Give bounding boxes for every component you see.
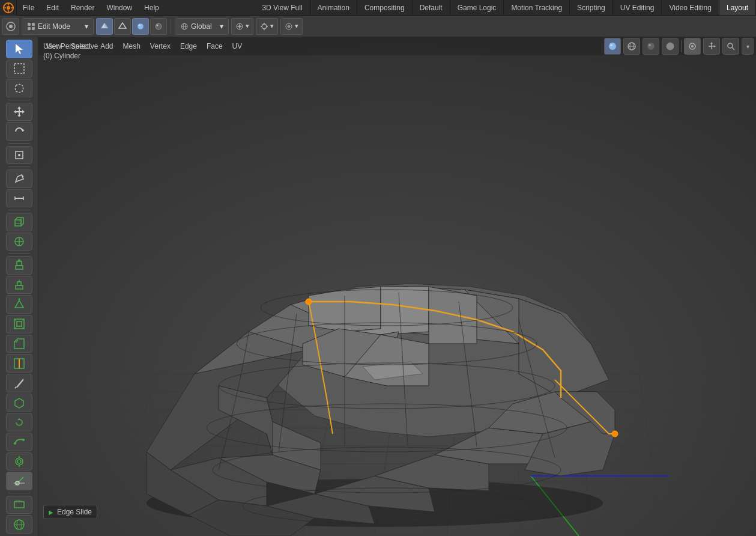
- viewport-menu-add[interactable]: Add: [95, 40, 118, 52]
- workspace-layout[interactable]: Layout: [719, 0, 756, 15]
- tool-add-shape[interactable]: [6, 233, 32, 251]
- tool-measure[interactable]: [6, 189, 32, 208]
- transform-arrow: ▾: [220, 22, 223, 31]
- workspace-uvediting[interactable]: UV Editing: [613, 0, 662, 15]
- tool-to-sphere[interactable]: [6, 515, 32, 534]
- viewport-scene: [38, 37, 756, 536]
- tool-sep-4: [8, 210, 30, 210]
- snap-arrow: ▾: [270, 22, 274, 30]
- svg-rect-10: [28, 27, 31, 30]
- pivot-btn[interactable]: ▾: [231, 18, 253, 35]
- svg-rect-84: [14, 502, 24, 508]
- main-viewport[interactable]: View Select Add Mesh Vertex Edge Face UV: [38, 37, 756, 536]
- viewport-menu-face[interactable]: Face: [202, 40, 228, 52]
- blender-icon-btn[interactable]: [2, 18, 19, 35]
- tool-annotate[interactable]: [6, 169, 32, 188]
- svg-point-17: [156, 23, 162, 29]
- workspace-animation[interactable]: Animation: [310, 0, 357, 15]
- tool-sep-3: [8, 166, 30, 167]
- display-wire-btn[interactable]: [114, 18, 131, 35]
- tool-select[interactable]: [6, 40, 32, 58]
- svg-point-44: [18, 154, 20, 156]
- tool-poly-build[interactable]: [6, 394, 32, 412]
- svg-point-139: [612, 431, 618, 437]
- svg-marker-73: [15, 398, 23, 408]
- viewport-more-btn[interactable]: ▾: [742, 38, 754, 55]
- viewport-material-btn[interactable]: [643, 38, 659, 55]
- svg-marker-42: [21, 129, 25, 132]
- tool-box-select[interactable]: [6, 59, 32, 78]
- viewport-wireframe-btn[interactable]: [623, 38, 640, 55]
- workspace-compositing[interactable]: Compositing: [357, 0, 413, 15]
- viewport-gizmos-btn[interactable]: [703, 38, 720, 55]
- viewport-menu-view[interactable]: View: [41, 40, 66, 52]
- svg-point-155: [691, 45, 694, 47]
- tool-transform[interactable]: [6, 146, 32, 165]
- svg-marker-14: [119, 23, 126, 28]
- workspace-motiontracking[interactable]: Motion Tracking: [504, 0, 570, 15]
- tool-rotate[interactable]: [6, 122, 32, 141]
- svg-point-78: [17, 460, 21, 463]
- mode-dropdown[interactable]: Edit Mode ▾: [22, 18, 94, 35]
- viewport-menu-uv[interactable]: UV: [228, 40, 247, 52]
- svg-rect-9: [32, 23, 35, 26]
- display-solid-btn[interactable]: [96, 18, 113, 35]
- transform-dropdown[interactable]: Global ▾: [175, 18, 229, 35]
- display-rendered-btn[interactable]: [150, 18, 167, 35]
- menu-render[interactable]: Render: [65, 0, 100, 15]
- viewport-solid-btn[interactable]: [604, 38, 621, 55]
- viewport-menu-select[interactable]: Select: [66, 40, 95, 52]
- workspace-default[interactable]: Default: [413, 0, 450, 15]
- tool-loop-cut[interactable]: [6, 354, 32, 373]
- svg-line-72: [15, 387, 16, 388]
- viewport-menu-edge[interactable]: Edge: [175, 40, 202, 52]
- viewport-menu-mesh[interactable]: Mesh: [118, 40, 145, 52]
- menu-help[interactable]: Help: [138, 0, 165, 15]
- menu-file[interactable]: File: [17, 0, 40, 15]
- svg-point-1: [7, 6, 10, 10]
- app-logo: [0, 0, 17, 16]
- proportional-arrow: ▾: [295, 22, 298, 30]
- tool-lasso-select[interactable]: [6, 79, 32, 97]
- svg-point-18: [157, 24, 159, 26]
- svg-point-7: [9, 25, 13, 28]
- menu-edit[interactable]: Edit: [40, 0, 65, 15]
- header-bar: Edit Mode ▾: [0, 16, 756, 37]
- tool-move[interactable]: [6, 103, 32, 121]
- workspace-tabs: 3D View Full Animation Compositing Defau…: [255, 0, 756, 15]
- viewport-menu-vertex[interactable]: Vertex: [145, 40, 175, 52]
- proportional-btn[interactable]: ▾: [280, 18, 303, 35]
- tool-extrude[interactable]: [6, 256, 32, 275]
- snap-btn[interactable]: ▾: [256, 18, 278, 35]
- workspace-gamelogic[interactable]: Game Logic: [450, 0, 504, 15]
- viewport-overlays-btn[interactable]: [684, 38, 701, 55]
- svg-point-16: [138, 24, 141, 26]
- tool-shear[interactable]: [6, 496, 32, 514]
- tool-spin[interactable]: [6, 413, 32, 431]
- viewport-rendered-btn[interactable]: [662, 38, 679, 55]
- tool-bevel[interactable]: [6, 335, 32, 353]
- tool-add-cube[interactable]: [6, 213, 32, 231]
- workspace-3dviewfull[interactable]: 3D View Full: [255, 0, 310, 15]
- svg-marker-74: [17, 418, 21, 420]
- edge-slide-tooltip: ▶ Edge Slide: [43, 505, 97, 519]
- svg-rect-8: [28, 23, 31, 26]
- viewport-search-btn[interactable]: [722, 38, 739, 55]
- tool-shrink-fatten[interactable]: [6, 452, 32, 471]
- tool-edge-slide[interactable]: [6, 472, 32, 490]
- transform-label: Global: [191, 22, 212, 31]
- menu-window[interactable]: Window: [100, 0, 138, 15]
- workspace-videoediting[interactable]: Video Editing: [662, 0, 719, 15]
- tool-smooth-vertex[interactable]: [6, 433, 32, 451]
- tool-extrude-normals[interactable]: [6, 295, 32, 314]
- tool-extrude-manifold[interactable]: [6, 276, 32, 294]
- svg-rect-56: [17, 261, 22, 266]
- svg-marker-63: [18, 298, 20, 299]
- tool-knife[interactable]: [6, 374, 32, 392]
- tool-sep-2: [8, 143, 30, 144]
- tool-inset-faces[interactable]: [6, 315, 32, 333]
- svg-marker-40: [14, 110, 16, 114]
- workspace-scripting[interactable]: Scripting: [570, 0, 613, 15]
- more-icon: ▾: [746, 43, 749, 50]
- display-material-btn[interactable]: [132, 18, 149, 35]
